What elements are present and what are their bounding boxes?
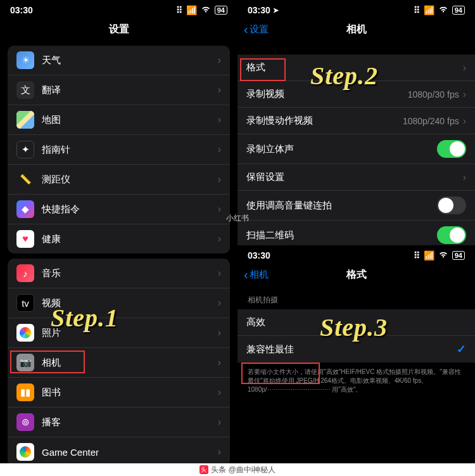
settings-row-Game Center[interactable]: Game Center› (8, 437, 230, 463)
camera-row-3[interactable]: 录制立体声 (238, 134, 475, 164)
cellular-icon: 📶 (424, 250, 434, 261)
camera-row-6[interactable]: 扫描二维码 (238, 221, 475, 245)
camera-row-5[interactable]: 使用调高音量键连拍 (238, 191, 475, 221)
settings-row-天气[interactable]: ☀天气› (8, 46, 230, 75)
row-label: 使用调高音量键连拍 (246, 200, 437, 212)
status-bar: 03:30 ➤ ⠿ 📶 94 (238, 0, 475, 18)
chevron-right-icon: › (218, 55, 221, 66)
app-icon (16, 324, 34, 342)
signal-icon: ⠿ (414, 5, 420, 15)
row-label: 音乐 (42, 267, 218, 280)
chevron-right-icon: › (463, 62, 466, 74)
app-icon: ⊚ (16, 413, 34, 431)
row-label: 兼容性最佳 (246, 344, 457, 356)
nav-bar: ‹ 设置 相机 (238, 18, 475, 41)
page-title: 格式 (346, 268, 367, 281)
settings-row-相机[interactable]: 📷相机› (8, 348, 230, 378)
chevron-right-icon: › (218, 446, 221, 458)
battery-icon: 94 (215, 6, 227, 15)
wifi-icon (201, 5, 211, 15)
cellular-icon: 📶 (186, 5, 197, 15)
chevron-right-icon: › (218, 297, 221, 309)
toggle-switch[interactable] (437, 140, 466, 158)
chevron-right-icon: › (218, 174, 221, 185)
status-bar: 03:30 ⠿ 📶 94 (0, 0, 238, 18)
format-settings-panel: 03:30 ⠿ 📶 94 ‹ 相机 格式 相机拍摄 高效兼容性最佳✓ 若要缩小文… (238, 245, 475, 463)
row-label: 健康 (42, 233, 218, 245)
nav-bar: 设置 (0, 18, 238, 41)
signal-icon: ⠿ (414, 250, 420, 261)
app-icon: ◆ (16, 200, 34, 218)
app-icon: ▮▮ (16, 383, 34, 401)
settings-row-健康[interactable]: ♥健康› (8, 224, 230, 254)
format-row-1[interactable]: 兼容性最佳✓ (238, 336, 475, 363)
settings-row-快捷指令[interactable]: ◆快捷指令› (8, 195, 230, 224)
settings-row-测距仪[interactable]: 📏测距仪› (8, 165, 230, 195)
row-label: 相机 (42, 357, 218, 369)
app-icon: ✦ (16, 141, 34, 158)
row-label: 格式 (246, 61, 463, 74)
row-label: 录制立体声 (246, 143, 437, 155)
chevron-right-icon: › (218, 267, 221, 279)
attribution-bar: 头 头条 @曲中i神秘人 (0, 463, 475, 476)
wifi-icon (438, 5, 448, 15)
battery-icon: 94 (452, 6, 465, 15)
app-icon: ♥ (16, 230, 34, 248)
camera-row-1[interactable]: 录制视频1080p/30 fps› (238, 81, 475, 108)
settings-panel: 03:30 ⠿ 📶 94 设置 ☀天气›文翻译›地图›✦指南针›📏测距仪›◆快捷… (0, 0, 238, 463)
back-label: 相机 (250, 269, 269, 281)
settings-group-a: ☀天气›文翻译›地图›✦指南针›📏测距仪›◆快捷指令›♥健康› (8, 46, 230, 254)
toggle-switch[interactable] (437, 226, 466, 244)
settings-row-翻译[interactable]: 文翻译› (8, 75, 230, 105)
app-icon: tv (16, 294, 34, 312)
app-icon: 文 (16, 81, 34, 99)
app-icon (16, 111, 34, 129)
row-label: 图书 (42, 387, 218, 399)
chevron-left-icon: ‹ (244, 23, 248, 35)
settings-row-指南针[interactable]: ✦指南针› (8, 135, 230, 165)
toggle-switch[interactable] (437, 196, 466, 214)
section-header: 相机拍摄 (238, 286, 475, 309)
battery-icon: 94 (452, 251, 465, 260)
chevron-right-icon: › (218, 327, 221, 338)
app-icon (16, 443, 34, 461)
camera-settings-panel: 03:30 ➤ ⠿ 📶 94 ‹ 设置 相机 格式›录制视频1080p/30 f… (238, 0, 475, 245)
camera-row-2[interactable]: 录制慢动作视频1080p/240 fps› (238, 108, 475, 134)
chevron-right-icon: › (463, 89, 466, 100)
settings-group-b: ♪音乐›tv视频›照片›📷相机›▮▮图书›⊚播客›Game Center› (8, 259, 230, 463)
settings-row-音乐[interactable]: ♪音乐› (8, 259, 230, 288)
chevron-right-icon: › (218, 416, 221, 428)
chevron-right-icon: › (463, 115, 466, 127)
page-title: 设置 (109, 23, 129, 36)
row-label: 播客 (42, 416, 218, 428)
chevron-right-icon: › (218, 84, 221, 96)
row-value: 1080p/30 fps (408, 89, 459, 100)
back-button[interactable]: ‹ 相机 (244, 268, 269, 281)
chevron-right-icon: › (218, 114, 221, 125)
back-button[interactable]: ‹ 设置 (244, 23, 269, 35)
row-label: 扫描二维码 (246, 229, 437, 241)
nav-bar: ‹ 相机 格式 (238, 263, 475, 286)
settings-row-视频[interactable]: tv视频› (8, 288, 230, 318)
chevron-right-icon: › (218, 387, 221, 398)
row-label: 地图 (42, 114, 218, 126)
location-icon: ➤ (273, 6, 279, 15)
settings-row-照片[interactable]: 照片› (8, 318, 230, 348)
wifi-icon (438, 250, 448, 261)
format-row-0[interactable]: 高效 (238, 309, 475, 336)
chevron-right-icon: › (463, 172, 466, 183)
watermark: 小红书 (226, 212, 249, 223)
camera-rows: 格式›录制视频1080p/30 fps›录制慢动作视频1080p/240 fps… (238, 55, 475, 245)
settings-row-播客[interactable]: ⊚播客› (8, 408, 230, 437)
status-bar: 03:30 ⠿ 📶 94 (238, 245, 475, 263)
checkmark-icon: ✓ (457, 342, 466, 356)
toutiao-logo-icon: 头 (200, 465, 208, 474)
settings-row-图书[interactable]: ▮▮图书› (8, 378, 230, 408)
row-value: 1080p/240 fps (403, 116, 459, 126)
camera-row-0[interactable]: 格式› (238, 55, 475, 81)
format-rows: 高效兼容性最佳✓ (238, 309, 475, 363)
chevron-right-icon: › (218, 144, 221, 155)
camera-row-4[interactable]: 保留设置› (238, 164, 475, 191)
settings-row-地图[interactable]: 地图› (8, 105, 230, 135)
app-icon: 📏 (16, 170, 34, 188)
